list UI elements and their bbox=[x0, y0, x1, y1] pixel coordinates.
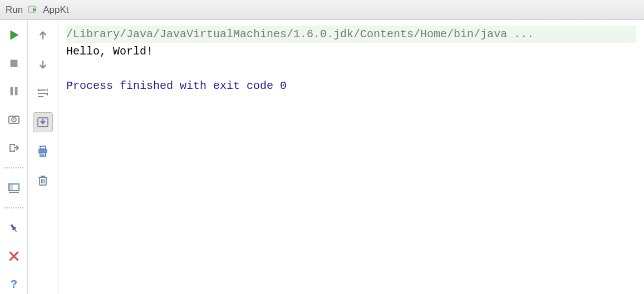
svg-rect-17 bbox=[40, 146, 46, 149]
svg-point-8 bbox=[13, 119, 14, 121]
console-command-line: /Library/Java/JavaVirtualMachines/1.6.0.… bbox=[66, 26, 636, 43]
soft-wrap-button[interactable] bbox=[33, 83, 53, 103]
console-output[interactable]: /Library/Java/JavaVirtualMachines/1.6.0.… bbox=[58, 20, 644, 294]
svg-rect-14 bbox=[14, 229, 17, 232]
stop-button[interactable] bbox=[4, 54, 24, 73]
help-button[interactable]: ? bbox=[4, 275, 24, 295]
console-toolbar bbox=[28, 20, 58, 294]
print-button[interactable] bbox=[33, 141, 53, 161]
separator bbox=[4, 207, 23, 208]
scroll-to-end-button[interactable] bbox=[33, 112, 53, 132]
svg-marker-2 bbox=[10, 31, 18, 40]
pause-button[interactable] bbox=[4, 82, 24, 101]
console-exit-line: Process finished with exit code 0 bbox=[66, 79, 287, 92]
primary-toolbar: ? bbox=[0, 20, 28, 294]
svg-rect-10 bbox=[9, 184, 13, 191]
svg-rect-3 bbox=[10, 59, 17, 67]
pin-button[interactable] bbox=[4, 218, 24, 238]
separator bbox=[4, 167, 23, 168]
svg-rect-5 bbox=[14, 87, 17, 96]
scroll-up-button[interactable] bbox=[33, 26, 53, 46]
panel-title: Run bbox=[6, 4, 23, 16]
run-panel-body: ? bbox=[0, 20, 644, 294]
clear-all-button[interactable] bbox=[33, 170, 53, 190]
layout-button[interactable] bbox=[4, 178, 24, 198]
run-config-name[interactable]: AppKt bbox=[43, 4, 68, 16]
console-stdout-line: Hello, World! bbox=[66, 45, 153, 58]
run-panel-header: Run AppKt bbox=[0, 0, 644, 20]
svg-rect-11 bbox=[9, 192, 19, 193]
svg-text:?: ? bbox=[10, 278, 17, 290]
exit-button[interactable] bbox=[4, 138, 24, 157]
dump-threads-button[interactable] bbox=[4, 110, 24, 129]
run-config-icon bbox=[27, 4, 38, 16]
close-button[interactable] bbox=[4, 247, 24, 266]
svg-rect-4 bbox=[10, 87, 13, 96]
rerun-button[interactable] bbox=[4, 26, 24, 45]
scroll-down-button[interactable] bbox=[33, 54, 53, 74]
